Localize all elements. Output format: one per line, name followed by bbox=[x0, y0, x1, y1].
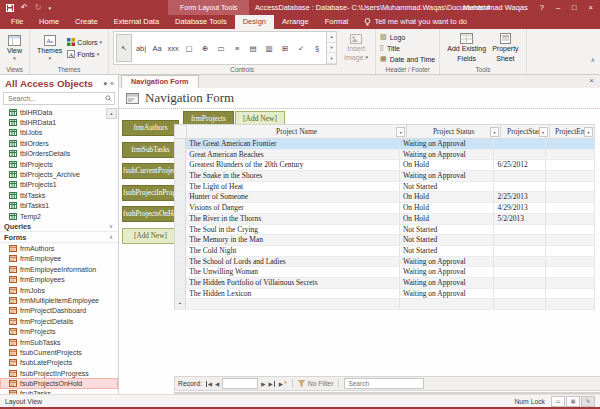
cell-project-start[interactable] bbox=[494, 246, 546, 256]
cell-project-status[interactable]: Not Started bbox=[400, 235, 495, 245]
sidebar-item-table[interactable]: tblTasks1 bbox=[0, 201, 118, 211]
table-row[interactable]: Greatest Blunders of the 20th Century On… bbox=[175, 160, 595, 171]
table-row[interactable]: Great American Beaches Waiting on Approv… bbox=[175, 150, 595, 161]
table-row[interactable]: The Memory in the Man Not Started bbox=[175, 235, 595, 246]
cell-project-name[interactable]: The River in the Thorns bbox=[186, 214, 400, 224]
logo-button[interactable]: ▧ Logo bbox=[380, 33, 435, 41]
datasheet-view-button[interactable]: ▦ bbox=[566, 396, 580, 407]
cell-project-status[interactable]: Waiting on Approval bbox=[400, 139, 495, 149]
sidebar-item-form[interactable]: frmJobs bbox=[0, 285, 118, 295]
text-box-control-icon[interactable]: ab| bbox=[134, 35, 148, 61]
cell-project-status[interactable]: Not Started bbox=[400, 225, 495, 235]
ribbon-tab[interactable]: Arrange bbox=[274, 15, 317, 29]
themes-button[interactable]: Aa Themes ▾ bbox=[34, 35, 65, 62]
new-record-button[interactable]: ▶* bbox=[279, 380, 287, 387]
navigation-button[interactable]: frmAuthors bbox=[122, 120, 179, 136]
sidebar-item-form[interactable]: frmAuthors bbox=[0, 243, 118, 253]
column-dropdown-icon[interactable]: ▾ bbox=[539, 127, 548, 137]
qat-customize-icon[interactable]: ▾ bbox=[48, 5, 51, 11]
sidebar-item-form[interactable]: frmMultipleItemEmployee bbox=[0, 295, 118, 305]
sidebar-item-form[interactable]: fsubCurrentProjects bbox=[0, 347, 118, 357]
table-row[interactable]: The Hidden Portfolio of Villainous Secre… bbox=[175, 278, 595, 289]
record-selector[interactable] bbox=[175, 160, 186, 170]
help-button[interactable]: ? bbox=[540, 3, 544, 12]
document-tab-navigation-form[interactable]: Navigation Form bbox=[121, 75, 199, 88]
cell-project-end[interactable] bbox=[546, 299, 595, 309]
cell-project-end[interactable] bbox=[546, 225, 595, 235]
cell-project-name[interactable]: The School of Lords and Ladies bbox=[186, 257, 400, 267]
cell-project-status[interactable]: Waiting on Approval bbox=[400, 278, 495, 288]
cell-project-start[interactable] bbox=[494, 150, 546, 160]
navigation-control-icon[interactable]: ≡ bbox=[230, 35, 244, 61]
record-selector[interactable] bbox=[175, 267, 186, 277]
sidebar-item-table[interactable]: tblProjects bbox=[0, 159, 118, 169]
record-selector[interactable] bbox=[175, 182, 186, 192]
cell-project-start[interactable] bbox=[494, 182, 546, 192]
navigation-button[interactable]: [Add New] bbox=[122, 228, 179, 244]
navigation-button[interactable]: frmSubTasks bbox=[122, 142, 179, 158]
label-control-icon[interactable]: Aa bbox=[150, 35, 164, 61]
nav-pane-menu-icon[interactable]: ▾ bbox=[104, 80, 108, 88]
cell-project-name[interactable]: The Great American Frontier bbox=[186, 139, 400, 149]
column-header-project-end[interactable]: ProjectEnd ▾ bbox=[550, 125, 595, 138]
cell-project-end[interactable] bbox=[546, 192, 595, 202]
sidebar-item-table[interactable]: tblJobs bbox=[0, 128, 118, 138]
cell-project-end[interactable] bbox=[546, 214, 595, 224]
cell-project-start[interactable] bbox=[494, 267, 546, 277]
table-row[interactable]: The School of Lords and Ladies Waiting o… bbox=[175, 257, 595, 268]
cell-project-name[interactable] bbox=[186, 299, 400, 309]
no-filter-label[interactable]: No Filter bbox=[308, 380, 334, 387]
sidebar-section-forms[interactable]: Forms ∧ bbox=[0, 232, 118, 243]
sidebar-item-form[interactable]: frmEmployee bbox=[0, 254, 118, 264]
record-selector[interactable] bbox=[175, 171, 186, 181]
cell-project-start[interactable] bbox=[494, 278, 546, 288]
record-selector[interactable] bbox=[175, 246, 186, 256]
navigation-button[interactable]: fsubCurrentProjects bbox=[122, 163, 179, 179]
search-input[interactable] bbox=[6, 95, 105, 102]
cell-project-start[interactable]: 4/29/2013 bbox=[494, 203, 546, 213]
column-dropdown-icon[interactable]: ▾ bbox=[584, 127, 593, 137]
table-row[interactable]: The Great American Frontier Waiting on A… bbox=[175, 139, 595, 150]
record-selector[interactable] bbox=[175, 257, 186, 267]
ribbon-tab[interactable]: Create bbox=[67, 15, 106, 29]
combo-box-control-icon[interactable]: ▤ bbox=[246, 35, 260, 61]
cell-project-end[interactable] bbox=[546, 267, 595, 277]
cell-project-start[interactable] bbox=[494, 257, 546, 267]
table-row[interactable]: The Snake in the Shores Waiting on Appro… bbox=[175, 171, 595, 182]
table-row[interactable]: The Hidden Lexicon Waiting on Approval bbox=[175, 289, 595, 300]
record-number-input[interactable] bbox=[222, 378, 258, 389]
cell-project-name[interactable]: Great American Beaches bbox=[186, 150, 400, 160]
table-row[interactable]: Visions of Danger On Hold 4/29/2013 bbox=[175, 203, 595, 214]
cell-project-start[interactable] bbox=[494, 289, 546, 299]
cell-project-start[interactable] bbox=[494, 171, 546, 181]
cell-project-start[interactable] bbox=[494, 299, 546, 309]
form-view-button[interactable]: ▭ bbox=[551, 396, 565, 407]
cell-project-start[interactable]: 5/2/2013 bbox=[494, 214, 546, 224]
cell-project-end[interactable] bbox=[546, 139, 595, 149]
sidebar-item-form[interactable]: fsubProjectInProgress bbox=[0, 368, 118, 378]
ribbon-tab[interactable]: Design bbox=[235, 15, 274, 29]
column-dropdown-icon[interactable]: ▾ bbox=[396, 127, 405, 137]
table-row[interactable]: The Cold Night Not Started bbox=[175, 246, 595, 257]
gallery-scroll-down-icon[interactable]: ▾ bbox=[327, 43, 336, 54]
gallery-more-icon[interactable]: ▾ bbox=[327, 53, 336, 64]
maximize-button[interactable]: □ bbox=[572, 3, 577, 12]
close-document-icon[interactable]: × bbox=[589, 76, 594, 85]
table-row[interactable]: The Light of Heat Not Started bbox=[175, 182, 595, 193]
cell-project-status[interactable]: Waiting on Approval bbox=[400, 289, 495, 299]
next-record-button[interactable]: ▶ bbox=[261, 381, 265, 387]
sidebar-item-form[interactable]: frmEmployees bbox=[0, 274, 118, 284]
cell-project-end[interactable] bbox=[546, 257, 595, 267]
record-selector-header[interactable] bbox=[175, 125, 187, 138]
cell-project-end[interactable] bbox=[546, 289, 595, 299]
sidebar-item-table[interactable]: Temp2 bbox=[0, 211, 118, 221]
attachment-control-icon[interactable]: § bbox=[310, 35, 324, 61]
sidebar-item-table[interactable]: tblOrdersDetails bbox=[0, 149, 118, 159]
nav-pane-search[interactable] bbox=[3, 92, 115, 105]
ribbon-tab[interactable]: File bbox=[3, 15, 31, 29]
sidebar-item-form[interactable]: frmEmployeeInformation bbox=[0, 264, 118, 274]
tell-me-box[interactable]: Tell me what you want to do bbox=[364, 15, 467, 29]
sidebar-item-form[interactable]: fsubProjectsOnHold bbox=[0, 378, 118, 388]
cell-project-status[interactable] bbox=[400, 299, 495, 309]
shutter-bar-close-icon[interactable]: « bbox=[110, 80, 114, 87]
